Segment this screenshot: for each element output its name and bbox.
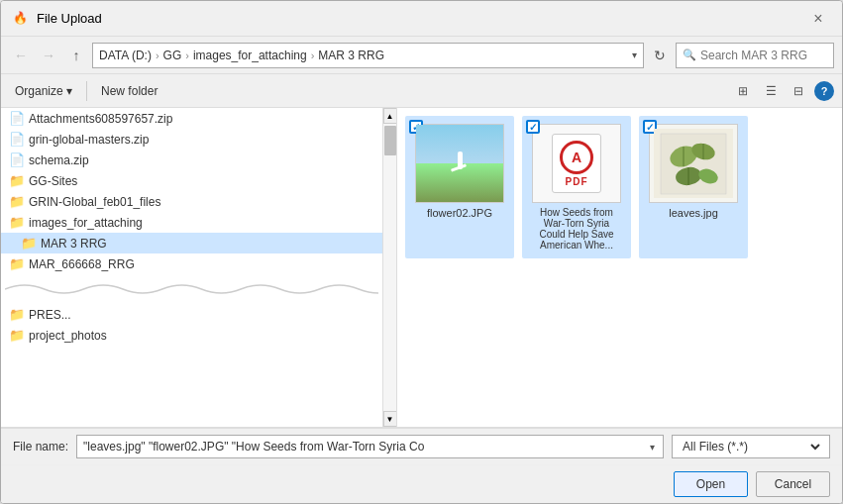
toolbar: Organize ▾ New folder ⊞ ☰ ⊟ ?: [1, 74, 842, 108]
toolbar-divider: [86, 81, 87, 101]
file-icon: 📄: [9, 132, 25, 147]
forward-button[interactable]: →: [37, 44, 60, 67]
bottom-panel: File name: ▾ All Files (*.*) Open Cancel: [1, 427, 842, 503]
file-item-leaves[interactable]: leaves.jpg: [639, 116, 748, 258]
close-button[interactable]: ×: [806, 7, 830, 31]
folder-tree: 📄 Attachments608597657.zip 📄 grin-global…: [1, 108, 382, 427]
file-name-flower: flower02.JPG: [427, 207, 492, 219]
scroll-thumb[interactable]: [384, 126, 396, 155]
content-area: 📄 Attachments608597657.zip 📄 grin-global…: [1, 108, 842, 427]
view-details-button[interactable]: ⊟: [787, 79, 810, 103]
file-item-pdf[interactable]: A PDF How Seeds from War-Torn Syria Coul…: [522, 116, 631, 258]
file-checkbox-pdf[interactable]: [526, 120, 540, 134]
tree-item-attachments-zip[interactable]: 📄 Attachments608597657.zip: [1, 108, 382, 129]
cancel-button[interactable]: Cancel: [756, 471, 830, 497]
left-panel: 📄 Attachments608597657.zip 📄 grin-global…: [1, 108, 397, 427]
filetype-select[interactable]: All Files (*.*): [679, 439, 823, 454]
toolbar-right: ⊞ ☰ ⊟ ?: [731, 79, 834, 103]
filename-input-wrapper: ▾: [76, 435, 664, 458]
tree-item-label: images_for_attaching: [29, 216, 143, 230]
file-thumbnail-leaves: [649, 124, 738, 203]
left-scrollbar: ▲ ▼: [382, 108, 396, 427]
filetype-select-wrapper: All Files (*.*): [672, 435, 830, 458]
tree-item-label: grin-global-masters.zip: [29, 133, 149, 147]
folder-icon: 📁: [9, 215, 25, 230]
tree-item-label: PRES...: [29, 308, 71, 322]
organize-button[interactable]: Organize ▾: [9, 81, 78, 101]
tree-item-grin-zip[interactable]: 📄 grin-global-masters.zip: [1, 129, 382, 150]
tree-item-label: MAR_666668_RRG: [29, 257, 135, 271]
file-view: flower02.JPG A PDF How Seeds from War-To…: [397, 108, 842, 427]
filename-input[interactable]: [83, 440, 648, 454]
tree-item-label: Attachments608597657.zip: [29, 112, 172, 126]
tree-item-grin-global[interactable]: 📁 GRIN-Global_feb01_files: [1, 191, 382, 212]
action-bar: Open Cancel: [1, 464, 842, 503]
search-input[interactable]: [700, 49, 819, 62]
tree-item-gg-sites[interactable]: 📁 GG-Sites: [1, 170, 382, 191]
back-button[interactable]: ←: [9, 44, 33, 67]
tree-item-mar3-rrg[interactable]: 📁 MAR 3 RRG: [1, 233, 382, 253]
scroll-up-button[interactable]: ▲: [383, 108, 397, 124]
title-bar: 🔥 File Upload ×: [1, 1, 842, 37]
folder-icon: 📁: [9, 307, 25, 322]
folder-icon: 📁: [9, 328, 25, 343]
separator-1: ›: [156, 50, 159, 61]
tree-item-label: project_photos: [29, 329, 107, 343]
filename-dropdown-button[interactable]: ▾: [648, 440, 657, 454]
folder-icon: 📁: [9, 173, 25, 188]
path-part-4: MAR 3 RRG: [318, 49, 384, 62]
search-icon: 🔍: [683, 49, 696, 61]
pdf-red-circle: A: [560, 141, 593, 174]
wavy-separator: [1, 274, 382, 304]
tree-item-project-photos[interactable]: 📁 project_photos: [1, 325, 382, 346]
tree-item-schema-zip[interactable]: 📄 schema.zip: [1, 150, 382, 170]
flower-image: [416, 125, 503, 202]
file-name-leaves: leaves.jpg: [669, 207, 718, 219]
file-item-flower[interactable]: flower02.JPG: [405, 116, 514, 258]
separator-3: ›: [311, 50, 315, 61]
scrollbar-track: [384, 124, 396, 411]
file-icon: 📄: [9, 111, 25, 126]
leaves-image: [650, 125, 737, 202]
path-dropdown-button[interactable]: ▾: [632, 50, 637, 60]
open-button[interactable]: Open: [674, 471, 748, 497]
separator-2: ›: [185, 50, 189, 61]
title-bar-left: 🔥 File Upload: [13, 11, 102, 27]
folder-icon: 📁: [21, 236, 37, 251]
tree-item-images-for-attaching[interactable]: 📁 images_for_attaching: [1, 212, 382, 233]
up-button[interactable]: ↑: [64, 44, 88, 67]
dialog-title: File Upload: [37, 11, 102, 26]
tree-item-label: MAR 3 RRG: [41, 237, 107, 251]
address-path[interactable]: DATA (D:) › GG › images_for_attaching › …: [92, 43, 644, 68]
tree-item-mar-666668[interactable]: 📁 MAR_666668_RRG: [1, 253, 382, 274]
new-folder-button[interactable]: New folder: [95, 81, 163, 101]
pdf-thumbnail: A PDF: [532, 124, 621, 203]
help-button[interactable]: ?: [814, 81, 834, 101]
pdf-letter: A: [572, 150, 581, 165]
view-list-button[interactable]: ☰: [759, 79, 783, 103]
folder-icon: 📁: [9, 256, 25, 271]
pdf-icon: A PDF: [552, 134, 601, 193]
path-part-1: DATA (D:): [99, 49, 152, 62]
tree-item-pres[interactable]: 📁 PRES...: [1, 304, 382, 325]
tree-item-label: GG-Sites: [29, 174, 77, 188]
file-thumbnail-flower: [415, 124, 504, 203]
path-part-3: images_for_attaching: [193, 49, 307, 62]
tree-item-label: schema.zip: [29, 153, 89, 167]
search-box: 🔍: [676, 43, 834, 68]
view-grid-button[interactable]: ⊞: [731, 79, 755, 103]
file-icon: 📄: [9, 152, 25, 167]
folder-icon: 📁: [9, 194, 25, 209]
pdf-label: PDF: [566, 176, 588, 187]
address-bar: ← → ↑ DATA (D:) › GG › images_for_attach…: [1, 37, 842, 74]
svg-rect-0: [661, 134, 726, 194]
filename-bar: File name: ▾ All Files (*.*): [1, 428, 842, 464]
filename-label: File name:: [13, 440, 68, 454]
scroll-down-button[interactable]: ▼: [383, 411, 397, 427]
file-upload-dialog: 🔥 File Upload × ← → ↑ DATA (D:) › GG › i…: [0, 0, 843, 504]
file-name-pdf: How Seeds from War-Torn Syria Could Help…: [530, 207, 623, 251]
tree-item-label: GRIN-Global_feb01_files: [29, 195, 160, 209]
firefox-icon: 🔥: [13, 11, 29, 27]
refresh-button[interactable]: ↻: [648, 44, 672, 67]
path-part-2: GG: [163, 49, 182, 62]
